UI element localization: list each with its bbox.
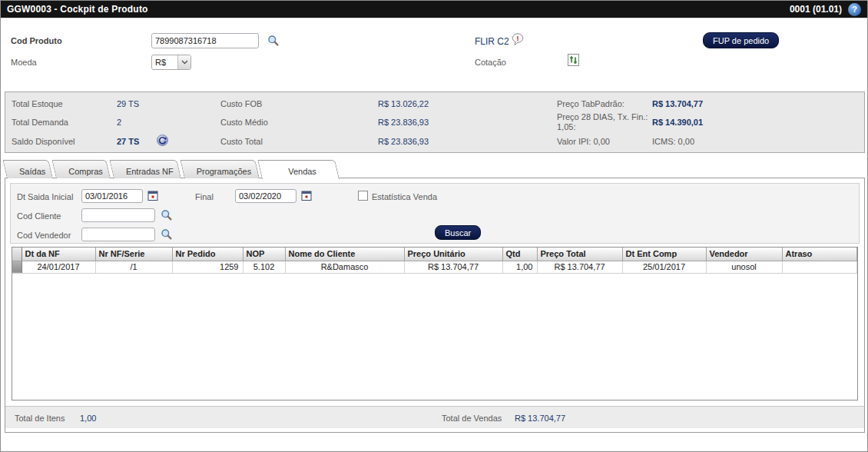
search-cliente-icon[interactable]	[161, 209, 173, 221]
fup-pedido-button[interactable]: FUP de pedido	[703, 32, 779, 48]
column-header-preco-total[interactable]: Preço Total	[537, 248, 622, 261]
estatistica-venda-label: Estatística Venda	[372, 192, 437, 201]
table-row[interactable]: 24/01/2017 /1 1259 5.102 R&Damasco R$ 13…	[12, 261, 857, 273]
row-selector-header	[12, 248, 22, 261]
cell-nome-cliente: R&Damasco	[285, 261, 404, 273]
grid-footer: Total de Itens 1,00 Total de Vendas R$ 1…	[5, 406, 864, 428]
total-itens-label: Total de Itens	[15, 414, 65, 423]
moeda-label: Moeda	[11, 58, 37, 67]
total-demanda-value: 2	[117, 118, 121, 127]
cotacao-exchange-icon[interactable]	[568, 54, 579, 66]
preco-tabpadrao-label: Preço TabPadrão:	[557, 99, 624, 108]
cod-cliente-label: Cod Cliente	[17, 211, 61, 221]
cell-nr-pedido: 1259	[172, 261, 243, 273]
column-header-nop[interactable]: NOP	[243, 248, 285, 261]
row-selector-cell[interactable]	[12, 261, 22, 273]
summary-panel: Total Estoque 29 TS Total Demanda 2 Sald…	[5, 91, 865, 153]
grid-header-row: Dt da NF Nr NF/Serie Nr Pedido NOP Nome …	[12, 248, 857, 261]
page-title: GGW0003 - Cockpit de Produto	[7, 4, 148, 15]
total-demanda-label: Total Demanda	[12, 118, 68, 127]
cell-dt-ent-comp: 25/01/2017	[622, 261, 706, 273]
custo-fob-value: R$ 13.026,22	[378, 99, 429, 108]
total-estoque-value: 29 TS	[117, 99, 139, 108]
preco-28-dias-label: Preço 28 DIAS, Tx. Fin.: 1,05:	[557, 112, 651, 132]
saldo-disponivel-value: 27 TS	[117, 137, 139, 146]
column-header-dt-ent-comp[interactable]: Dt Ent Comp	[622, 248, 706, 261]
cell-dt-da-nf: 24/01/2017	[22, 261, 95, 273]
dt-final-label: Final	[195, 192, 214, 201]
icms-label: ICMS: 0,00	[652, 137, 694, 146]
cod-produto-input[interactable]	[151, 33, 259, 48]
column-header-nr-pedido[interactable]: Nr Pedido	[172, 248, 243, 261]
cotacao-label: Cotação	[475, 58, 506, 67]
product-header-form: Cod Produto FLIR C2 ! FUP de pedido Moed…	[1, 18, 867, 88]
cell-qtd: 1,00	[502, 261, 537, 273]
svg-text:!: !	[517, 35, 519, 42]
titlebar: GGW0003 - Cockpit de Produto 0001 (01.01…	[1, 1, 867, 18]
cell-preco-unitario: R$ 13.704,77	[404, 261, 502, 273]
help-icon[interactable]: ?	[848, 3, 861, 16]
search-vendedor-icon[interactable]	[161, 228, 173, 241]
cell-nr-nf-serie: /1	[95, 261, 172, 273]
column-header-nome-cliente[interactable]: Nome do Cliente	[285, 248, 404, 261]
total-estoque-label: Total Estoque	[12, 99, 63, 108]
tab-saidas[interactable]: Saídas	[7, 160, 53, 178]
column-header-dt-da-nf[interactable]: Dt da NF	[22, 248, 95, 261]
calendar-icon-inicial[interactable]	[147, 190, 158, 201]
preco-tabpadrao-value: R$ 13.704,77	[652, 99, 703, 108]
tab-programacoes[interactable]: Programações	[184, 160, 260, 178]
custo-medio-value: R$ 23.836,93	[378, 118, 429, 127]
custo-total-label: Custo Total	[220, 137, 263, 146]
moeda-selected-value: R$	[152, 55, 177, 69]
dt-saida-final-input[interactable]	[235, 189, 297, 203]
custo-medio-label: Custo Médio	[220, 118, 268, 127]
tabstrip: Saídas Compras Entradas NF Programações …	[7, 160, 343, 178]
tab-entradas-nf[interactable]: Entradas NF	[114, 160, 181, 178]
version-label: 0001 (01.01)	[790, 4, 842, 15]
total-vendas-label: Total de Vendas	[442, 414, 502, 423]
chevron-down-icon	[177, 55, 190, 69]
saldo-disponivel-label: Saldo Disponível	[12, 137, 75, 146]
buscar-button[interactable]: Buscar	[435, 225, 481, 240]
estatistica-venda-checkbox[interactable]	[358, 191, 368, 201]
custo-fob-label: Custo FOB	[220, 99, 262, 108]
calendar-icon-final[interactable]	[301, 190, 312, 201]
cell-vendedor: unosol	[706, 261, 782, 273]
refresh-saldo-icon[interactable]	[157, 135, 168, 146]
product-name: FLIR C2	[475, 36, 509, 47]
column-header-qtd[interactable]: Qtd	[502, 248, 537, 261]
cod-vendedor-input[interactable]	[81, 228, 155, 241]
cod-vendedor-label: Cod Vendedor	[17, 231, 71, 240]
cockpit-window: GGW0003 - Cockpit de Produto 0001 (01.01…	[0, 0, 868, 452]
custo-total-value: R$ 23.836,93	[378, 137, 429, 146]
column-header-nr-nf-serie[interactable]: Nr NF/Serie	[95, 248, 172, 261]
vendas-grid: Dt da NF Nr NF/Serie Nr Pedido NOP Nome …	[12, 247, 858, 400]
valor-ipi-label: Valor IPI: 0,00	[557, 137, 610, 146]
column-header-vendedor[interactable]: Vendedor	[706, 248, 782, 261]
tab-vendas[interactable]: Vendas	[262, 160, 340, 179]
cod-produto-label: Cod Produto	[11, 36, 62, 45]
dt-saida-inicial-label: Dt Saida Inicial	[17, 192, 73, 201]
vendas-tab-panel: Dt Saida Inicial Final Estatística Venda…	[5, 178, 865, 433]
search-product-icon[interactable]	[267, 35, 280, 47]
column-header-atraso[interactable]: Atraso	[782, 248, 857, 261]
filters-area: Dt Saida Inicial Final Estatística Venda…	[10, 183, 860, 244]
cod-cliente-input[interactable]	[81, 208, 155, 222]
column-header-preco-unitario[interactable]: Preço Unitário	[404, 248, 502, 261]
comment-balloon-icon[interactable]: !	[511, 33, 525, 46]
total-vendas-value: R$ 13.704,77	[515, 414, 565, 423]
cell-atraso	[782, 261, 857, 273]
dt-saida-inicial-input[interactable]	[81, 189, 143, 203]
total-itens-value: 1,00	[80, 414, 96, 423]
moeda-select[interactable]: R$	[151, 55, 191, 70]
preco-28-dias-value: R$ 14.390,01	[652, 118, 703, 127]
cell-nop: 5.102	[243, 261, 285, 273]
cell-preco-total: R$ 13.704,77	[537, 261, 622, 273]
tab-compras[interactable]: Compras	[56, 160, 111, 178]
